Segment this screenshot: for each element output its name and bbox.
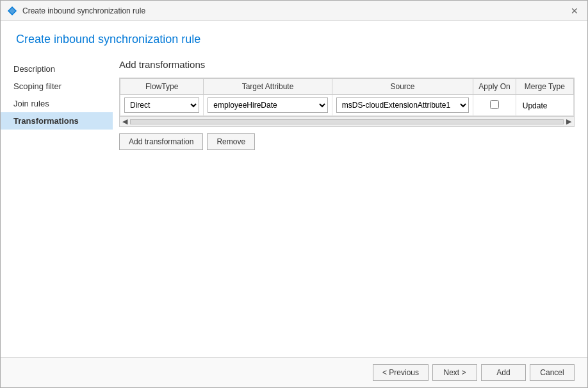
cell-flowtype: Direct Expression Constant xyxy=(120,95,204,116)
title-bar: Create inbound synchronization rule ✕ xyxy=(1,1,587,21)
section-title: Add transformations xyxy=(119,59,575,70)
source-select[interactable]: msDS-cloudExtensionAttribute1 xyxy=(336,97,470,113)
scroll-left-btn[interactable]: ◀ xyxy=(122,117,127,126)
page-title: Create inbound synchronization rule xyxy=(16,33,572,46)
window-header: Create inbound synchronization rule xyxy=(1,21,587,53)
applyonce-checkbox[interactable] xyxy=(490,100,499,109)
title-bar-title: Create inbound synchronization rule xyxy=(22,6,145,15)
title-bar-left: Create inbound synchronization rule xyxy=(7,6,145,16)
add-button[interactable]: Add xyxy=(481,364,526,381)
remove-button[interactable]: Remove xyxy=(207,133,255,150)
transformation-buttons: Add transformation Remove xyxy=(119,133,575,150)
next-button[interactable]: Next > xyxy=(432,364,477,381)
flowtype-select[interactable]: Direct Expression Constant xyxy=(124,97,199,113)
footer: < Previous Next > Add Cancel xyxy=(1,357,587,387)
cell-source: msDS-cloudExtensionAttribute1 xyxy=(332,95,473,116)
cell-mergetype: Update xyxy=(516,95,573,116)
col-header-source: Source xyxy=(332,79,473,95)
sidebar-item-transformations[interactable]: Transformations xyxy=(1,112,113,130)
transformations-table: FlowType Target Attribute Source Apply O… xyxy=(120,78,574,116)
sidebar-item-scoping-filter[interactable]: Scoping filter xyxy=(1,78,113,95)
cell-targetattr: employeeHireDate xyxy=(204,95,332,116)
sidebar-item-join-rules[interactable]: Join rules xyxy=(1,95,113,112)
cancel-button[interactable]: Cancel xyxy=(530,364,575,381)
main-window: Create inbound synchronization rule ✕ Cr… xyxy=(0,0,588,388)
col-header-flowtype: FlowType xyxy=(120,79,204,95)
window-content: Description Scoping filter Join rules Tr… xyxy=(1,53,587,357)
scroll-right-btn[interactable]: ▶ xyxy=(566,117,571,126)
col-header-targetattr: Target Attribute xyxy=(204,79,332,95)
main-content-area: Add transformations FlowType Target Attr… xyxy=(113,53,587,357)
sidebar-item-description[interactable]: Description xyxy=(1,60,113,78)
mergetype-value: Update xyxy=(520,99,550,112)
col-header-applyonce: Apply On xyxy=(473,79,516,95)
app-icon xyxy=(7,6,17,16)
sidebar: Description Scoping filter Join rules Tr… xyxy=(1,53,113,357)
targetattr-select[interactable]: employeeHireDate xyxy=(208,97,327,113)
table-row: Direct Expression Constant employeeHireD… xyxy=(120,95,574,116)
add-transformation-button[interactable]: Add transformation xyxy=(119,133,203,150)
close-button[interactable]: ✕ xyxy=(568,4,581,17)
cell-applyonce xyxy=(473,95,516,116)
table-header-row: FlowType Target Attribute Source Apply O… xyxy=(120,79,574,95)
previous-button[interactable]: < Previous xyxy=(373,364,429,381)
col-header-mergetype: Merge Type xyxy=(516,79,573,95)
window-body: Create inbound synchronization rule Desc… xyxy=(1,21,587,387)
transformations-table-container: FlowType Target Attribute Source Apply O… xyxy=(119,78,575,127)
